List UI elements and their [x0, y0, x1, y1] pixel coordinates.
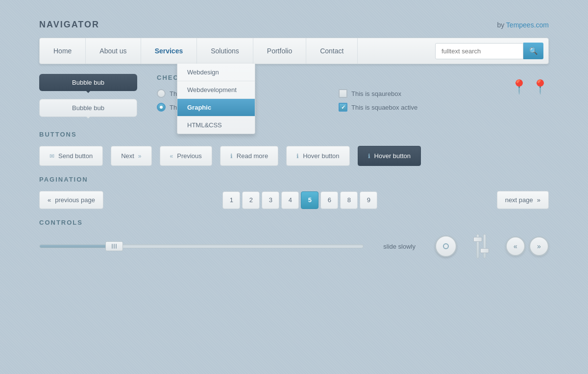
mixer-thumb-2[interactable] [480, 248, 489, 253]
page-header: NAVIGATOR by Tempees.com [39, 20, 549, 30]
next-button[interactable]: Next » [111, 146, 151, 166]
dropdown-item-webdevelopment[interactable]: Webdevelopment [177, 81, 255, 99]
buttons-row: ✉ Send button Next » « Previous ℹ Read m… [39, 146, 549, 166]
slider-thumb[interactable] [105, 241, 123, 251]
nav-item-solutions[interactable]: Solutions [197, 38, 253, 64]
prev-page-arrows: « [48, 196, 51, 204]
page-title: NAVIGATOR [39, 20, 99, 30]
next-page-arrows: » [537, 196, 540, 204]
mixer-slider-2 [483, 234, 486, 258]
send-button-label: Send button [58, 152, 93, 160]
services-dropdown: Webdesign Webdevelopment Graphic HTML&CS… [177, 64, 255, 134]
slider-line-3 [116, 244, 117, 249]
page-num-2[interactable]: 2 [242, 191, 260, 209]
search-container: 🔍 [430, 38, 548, 64]
readmore-button[interactable]: ℹ Read more [220, 146, 278, 166]
content-area: Bubble bub Bubble bub CHECKBOXES This is… [39, 74, 549, 121]
mixer-container [476, 234, 486, 258]
page-num-3[interactable]: 3 [262, 191, 279, 209]
bubble-light[interactable]: Bubble bub [39, 99, 137, 117]
slider-line-1 [112, 244, 113, 249]
navbar: Home About us Services Solutions Portfol… [39, 38, 549, 64]
mixer-track-2 [483, 234, 486, 258]
buttons-section: BUTTONS ✉ Send button Next » « Previous … [39, 131, 549, 166]
nav-item-portfolio[interactable]: Portfolio [253, 38, 306, 64]
nav-item-home[interactable]: Home [40, 38, 86, 64]
slider-thumb-lines [112, 244, 117, 249]
page-num-5[interactable]: 5 [301, 191, 318, 209]
checkbox-circle-1[interactable] [157, 89, 166, 98]
envelope-icon: ✉ [49, 153, 54, 160]
pagination-row: « previous page 1 2 3 4 5 6 8 9 next pag… [39, 191, 549, 209]
credit-link: Tempees.com [506, 21, 549, 29]
readmore-button-label: Read more [237, 152, 268, 160]
dropdown-item-webdesign[interactable]: Webdesign [177, 64, 255, 81]
map-pin-1: 📍 [511, 79, 528, 95]
info-icon-1: ℹ [230, 153, 233, 160]
prev-page-button[interactable]: « previous page [39, 191, 103, 209]
checkbox-circle-2[interactable] [157, 103, 166, 112]
credit-text: by Tempees.com [497, 21, 549, 29]
nav-items: Home About us Services Solutions Portfol… [40, 38, 430, 64]
slider-container [39, 240, 364, 252]
slider-line-2 [114, 244, 115, 249]
nav-item-aboutus[interactable]: About us [86, 38, 141, 64]
next-button-label: Next [121, 152, 134, 160]
hover-button-dark-label: Hover button [374, 152, 411, 160]
next-page-label: next page [505, 196, 533, 204]
hover-button-dark[interactable]: ℹ Hover button [358, 146, 421, 166]
next-arrows-icon: » [138, 153, 142, 160]
map-pin-2: 📍 [532, 79, 549, 95]
previous-button[interactable]: « Previous [160, 146, 212, 166]
page-numbers: 1 2 3 4 5 6 8 9 [117, 191, 483, 209]
map-pins: 📍 📍 [511, 74, 549, 121]
dropdown-item-htmlcss[interactable]: HTML&CSS [177, 117, 255, 134]
slide-label: slide slowly [383, 243, 416, 250]
previous-button-label: Previous [177, 152, 202, 160]
send-button[interactable]: ✉ Send button [39, 146, 103, 166]
nav-item-contact[interactable]: Contact [306, 38, 358, 64]
checkbox-square-1[interactable] [339, 89, 347, 98]
info-icon-2: ℹ [296, 153, 299, 160]
toggle-inner [443, 243, 449, 249]
bubbles-section: Bubble bub Bubble bub [39, 74, 137, 121]
checkbox-label-3: This is sqaurebox [351, 90, 401, 97]
nav-item-services[interactable]: Services [141, 38, 197, 64]
controls-row: slide slowly « » [39, 234, 549, 258]
search-input[interactable] [435, 43, 523, 59]
pagination-section: PAGINATION « previous page 1 2 3 4 5 6 8… [39, 176, 549, 209]
checkbox-row-3[interactable]: This is sqaurebox [339, 89, 491, 98]
page-num-8[interactable]: 8 [340, 191, 358, 209]
toggle-button[interactable] [435, 235, 457, 257]
controls-title: CONTROLS [39, 219, 549, 226]
page-num-1[interactable]: 1 [222, 191, 240, 209]
slider-track [39, 244, 364, 248]
pagination-title: PAGINATION [39, 176, 549, 183]
hover-button-light-label: Hover button [303, 152, 339, 160]
page-num-9[interactable]: 9 [360, 191, 377, 209]
checkbox-square-2[interactable] [339, 103, 347, 112]
next-page-button[interactable]: next page » [497, 191, 549, 209]
bubble-dark[interactable]: Bubble bub [39, 74, 137, 91]
hover-button-light[interactable]: ℹ Hover button [286, 146, 349, 166]
mixer-slider-1 [476, 234, 479, 258]
mixer-track-1 [476, 234, 479, 258]
info-icon-3: ℹ [368, 153, 370, 160]
control-next-button[interactable]: » [529, 236, 549, 256]
dropdown-item-graphic[interactable]: Graphic [177, 99, 255, 117]
control-buttons: « » [506, 236, 549, 256]
control-prev-button[interactable]: « [506, 236, 525, 256]
page-num-4[interactable]: 4 [281, 191, 299, 209]
page-num-6[interactable]: 6 [320, 191, 338, 209]
mixer-thumb-1[interactable] [473, 237, 482, 242]
buttons-title: BUTTONS [39, 131, 549, 138]
search-button[interactable]: 🔍 [523, 43, 543, 59]
checkbox-row-4[interactable]: This is squaebox active [339, 103, 491, 112]
controls-section: CONTROLS slide slowly [39, 219, 549, 258]
prev-page-label: previous page [55, 196, 95, 204]
prev-arrows-icon: « [170, 153, 173, 160]
checkbox-label-4: This is squaebox active [351, 104, 417, 111]
